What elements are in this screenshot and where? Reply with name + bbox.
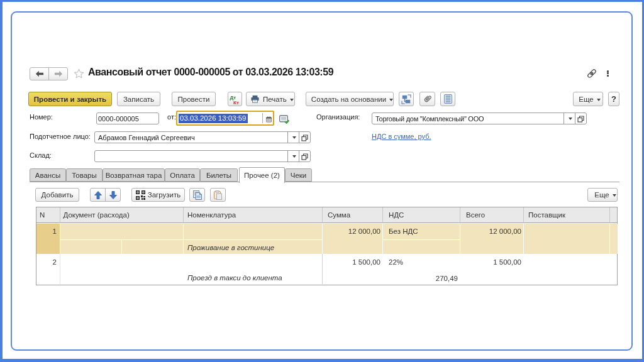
svg-text:Кт: Кт xyxy=(233,99,239,104)
